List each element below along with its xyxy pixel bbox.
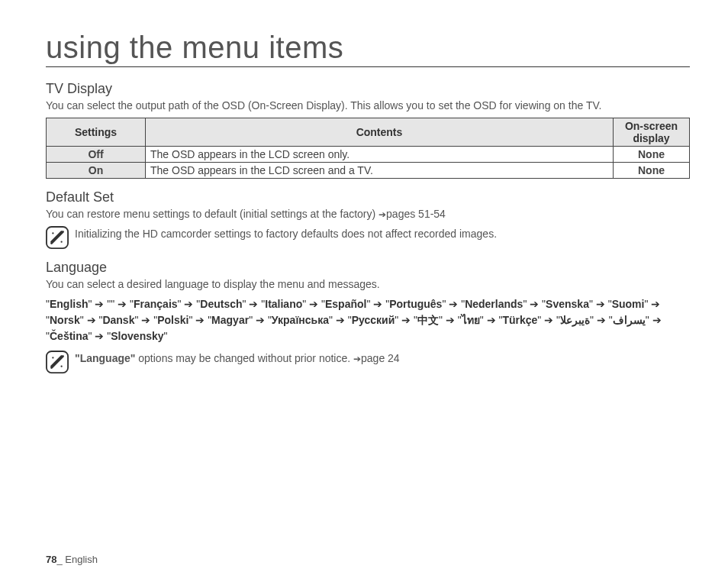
cell-contents: The OSD appears in the LCD screen only.	[146, 146, 614, 162]
heading-language: Language	[46, 260, 690, 276]
table-row: On The OSD appears in the LCD screen and…	[47, 162, 690, 178]
table-row: Off The OSD appears in the LCD screen on…	[47, 146, 690, 162]
note-language-text: "Language" options may be changed withou…	[75, 351, 400, 366]
manual-page: using the menu items TV Display You can …	[0, 0, 728, 396]
cell-setting: On	[47, 162, 146, 178]
cell-setting: Off	[47, 146, 146, 162]
footer-sep: _	[56, 554, 65, 565]
note-language-page-ref: page 24	[361, 352, 400, 364]
cell-contents: The OSD appears in the LCD screen and a …	[146, 162, 614, 178]
tv-display-desc: You can select the output path of the OS…	[46, 99, 690, 113]
note-icon	[46, 351, 69, 373]
heading-tv-display: TV Display	[46, 81, 690, 97]
cell-osd: None	[614, 162, 690, 178]
note-language-bold: "Language"	[75, 352, 135, 364]
note-icon	[46, 226, 69, 249]
page-footer: 78_ English	[46, 554, 98, 565]
note-language-rest: options may be changed without prior not…	[135, 352, 353, 364]
arrow-icon	[353, 352, 361, 364]
default-set-page-ref: pages 51-54	[386, 208, 446, 220]
col-osd: On-screen display	[614, 118, 690, 146]
cell-osd: None	[614, 146, 690, 162]
default-set-desc: You can restore menu settings to default…	[46, 207, 690, 221]
note-default-set-text: Initializing the HD camcorder settings t…	[75, 226, 497, 241]
footer-lang: English	[65, 554, 98, 565]
default-set-desc-text: You can restore menu settings to default…	[46, 208, 378, 220]
note-language: "Language" options may be changed withou…	[46, 351, 690, 373]
tv-display-table: Settings Contents On-screen display Off …	[46, 118, 690, 179]
heading-default-set: Default Set	[46, 189, 690, 205]
svg-point-4	[52, 357, 53, 358]
svg-point-2	[61, 241, 63, 242]
col-settings: Settings	[47, 118, 146, 146]
arrow-icon	[378, 208, 386, 220]
svg-point-5	[61, 365, 63, 367]
col-contents: Contents	[146, 118, 614, 146]
language-desc: You can select a desired language to dis…	[46, 277, 690, 292]
note-default-set: Initializing the HD camcorder settings t…	[46, 226, 690, 249]
svg-point-1	[52, 232, 53, 234]
table-header-row: Settings Contents On-screen display	[47, 118, 690, 146]
language-list: "English" ➔ "" ➔ "Français" ➔ "Deutsch" …	[46, 296, 690, 344]
page-number: 78	[46, 554, 56, 565]
page-title: using the menu items	[46, 31, 690, 67]
